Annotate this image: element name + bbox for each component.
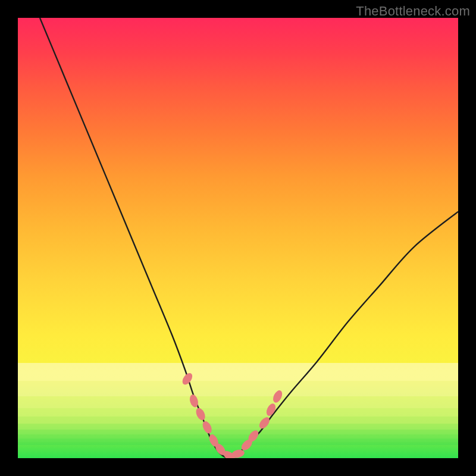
curve-group <box>40 18 458 458</box>
chart-svg <box>18 18 458 458</box>
curve-marker <box>180 371 194 386</box>
curve-marker <box>265 402 277 417</box>
curve-marker <box>257 415 271 430</box>
curve-marker <box>201 419 213 434</box>
curve-marker <box>194 406 206 421</box>
plot-area <box>18 18 458 458</box>
attribution-watermark: TheBottleneck.com <box>356 4 470 19</box>
chart-frame: TheBottleneck.com <box>0 0 476 476</box>
marker-group <box>180 371 284 458</box>
bottleneck-curve <box>40 18 458 458</box>
